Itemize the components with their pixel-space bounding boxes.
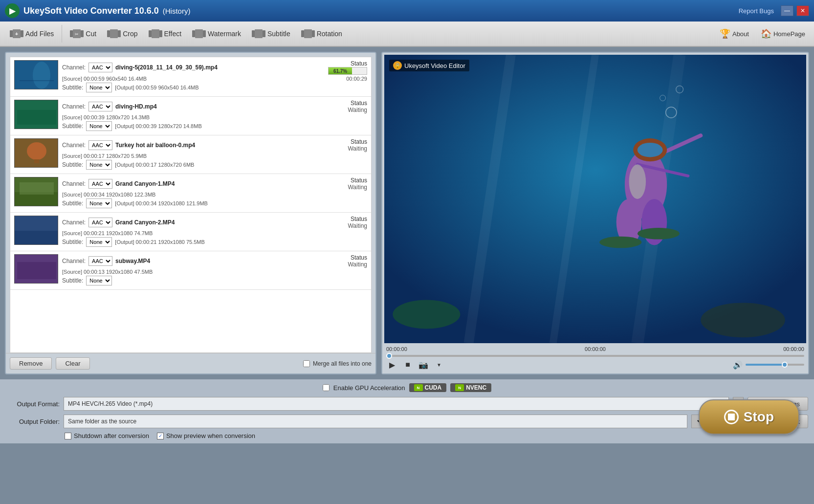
- nvenc-badge: N NVENC: [450, 383, 491, 392]
- output-folder-input[interactable]: [64, 415, 687, 428]
- gpu-checkbox[interactable]: [323, 384, 330, 391]
- underwater-scene: [384, 55, 806, 343]
- channel-select[interactable]: AAC: [88, 218, 112, 227]
- subtitle-select[interactable]: None: [86, 83, 112, 92]
- file-source-row: [Source] 00:00:13 1920x1080 47.5MB: [62, 269, 367, 275]
- file-source: [Source] 00:00:39 1280x720 14.3MB: [62, 114, 150, 120]
- subtitle-select[interactable]: None: [86, 160, 112, 170]
- file-channel-row: Channel: AAC Turkey hot air balloon-0.mp…: [62, 138, 367, 152]
- close-button[interactable]: ✕: [796, 5, 809, 16]
- svg-rect-19: [263, 30, 265, 37]
- table-row[interactable]: Channel: AAC diving-HD.mp4 Status Waitin…: [10, 97, 371, 135]
- shutdown-option[interactable]: Shutdown after conversion: [65, 432, 149, 439]
- cut-label: Cut: [86, 30, 96, 38]
- shutdown-checkbox[interactable]: [65, 433, 71, 439]
- channel-select[interactable]: AAC: [88, 63, 112, 72]
- file-subtitle-row: Subtitle: None [Output] 00:00:17 1280x72…: [62, 160, 367, 170]
- file-thumbnail: [14, 60, 58, 89]
- file-time: 00:00:29: [346, 76, 367, 82]
- app-logo: ▶: [5, 3, 20, 18]
- homepage-label: HomePage: [773, 30, 805, 38]
- show-preview-checkbox[interactable]: [157, 433, 164, 439]
- channel-select[interactable]: AAC: [88, 102, 112, 111]
- table-row[interactable]: Channel: AAC subway.MP4 Status Waiting […: [10, 251, 371, 290]
- play-button[interactable]: ▶: [386, 359, 398, 371]
- subtitle-label: Subtitle:: [62, 239, 83, 245]
- rotation-button[interactable]: Rotation: [296, 26, 347, 41]
- about-button[interactable]: 🏆 About: [716, 26, 753, 41]
- file-output: [Output] 00:00:39 1280x720 14.8MB: [115, 123, 201, 129]
- file-name: subway.MP4: [115, 258, 325, 264]
- thumb-image-canyon2: [15, 216, 58, 245]
- file-thumbnail: [14, 138, 58, 168]
- subtitle-icon: [252, 28, 265, 39]
- stop-icon-inner: [728, 414, 735, 420]
- stop-button[interactable]: Stop: [699, 399, 799, 435]
- add-files-button[interactable]: + Add Files: [5, 26, 59, 41]
- cut-button[interactable]: ✂ Cut: [65, 26, 101, 41]
- screenshot-button[interactable]: 📷: [418, 359, 429, 371]
- clear-button[interactable]: Clear: [56, 357, 89, 370]
- gpu-row: Enable GPU Acceleration N CUDA N NVENC: [6, 383, 808, 392]
- subtitle-select[interactable]: None: [86, 198, 112, 208]
- subtitle-select[interactable]: None: [86, 121, 112, 131]
- thumb-image-subway: [15, 255, 58, 284]
- subtitle-label: Subtitle: [267, 30, 290, 38]
- table-row[interactable]: Channel: AAC Turkey hot air balloon-0.mp…: [10, 135, 371, 174]
- file-actions: Remove Clear Merge all files into one: [6, 353, 375, 373]
- file-channel-row: Channel: AAC subway.MP4 Status Waiting: [62, 254, 367, 268]
- watermark-label: Watermark: [208, 30, 241, 38]
- show-preview-option[interactable]: Show preview when conversion: [157, 432, 255, 439]
- file-list[interactable]: Channel: AAC diving-5(2018_11_14_09_30_5…: [10, 57, 372, 353]
- effect-label: Effect: [164, 30, 182, 38]
- svg-point-49: [599, 237, 641, 248]
- screenshot-dropdown-button[interactable]: ▼: [433, 359, 445, 371]
- channel-select[interactable]: AAC: [88, 179, 112, 189]
- status-col: Status Waiting: [328, 100, 367, 113]
- video-progress-track[interactable]: [386, 355, 804, 357]
- status-col: Status Waiting: [328, 177, 367, 191]
- file-info: Channel: AAC diving-5(2018_11_14_09_30_5…: [62, 60, 367, 93]
- status-col: Status Waiting: [328, 254, 367, 268]
- svg-rect-10: [118, 30, 121, 37]
- table-row[interactable]: Channel: AAC Grand Canyon-1.MP4 Status W…: [10, 174, 371, 213]
- table-row[interactable]: Channel: AAC Grand Canyon-2.MP4 Status W…: [10, 213, 371, 251]
- watermark-button[interactable]: Watermark: [187, 26, 246, 41]
- subtitle-select[interactable]: None: [86, 237, 112, 247]
- remove-button[interactable]: Remove: [10, 357, 52, 370]
- subtitle-select[interactable]: None: [86, 276, 112, 285]
- effect-button[interactable]: Effect: [144, 26, 187, 41]
- minimize-button[interactable]: —: [781, 5, 793, 16]
- main-content: Channel: AAC diving-5(2018_11_14_09_30_5…: [0, 47, 814, 379]
- status-label: Status: [328, 216, 367, 222]
- volume-track[interactable]: [746, 364, 804, 366]
- file-name: Turkey hot air balloon-0.mp4: [115, 142, 325, 149]
- homepage-button[interactable]: 🏠 HomePage: [757, 26, 809, 41]
- video-scene: [384, 55, 806, 343]
- svg-rect-8: [110, 29, 118, 38]
- channel-label: Channel:: [62, 180, 86, 187]
- channel-select[interactable]: AAC: [88, 140, 112, 150]
- svg-rect-17: [255, 29, 263, 38]
- svg-rect-9: [107, 30, 110, 37]
- add-files-icon: +: [10, 28, 23, 39]
- file-name: diving-HD.mp4: [115, 103, 325, 110]
- svg-rect-13: [159, 30, 162, 37]
- subtitle-button[interactable]: Subtitle: [247, 26, 295, 41]
- stop-button-container: Stop: [699, 399, 799, 435]
- time-middle: 00:00:00: [585, 346, 606, 352]
- output-format-input[interactable]: [64, 397, 729, 411]
- video-progress-thumb[interactable]: [386, 353, 392, 359]
- merge-checkbox[interactable]: [303, 360, 310, 367]
- report-bugs-link[interactable]: Report Bugs: [739, 7, 774, 15]
- table-row[interactable]: Channel: AAC diving-5(2018_11_14_09_30_5…: [10, 57, 371, 97]
- channel-select[interactable]: AAC: [88, 256, 112, 266]
- file-info: Channel: AAC subway.MP4 Status Waiting […: [62, 254, 367, 286]
- crop-button[interactable]: Crop: [102, 26, 142, 41]
- svg-rect-12: [149, 30, 152, 37]
- volume-thumb[interactable]: [782, 362, 788, 368]
- merge-option: Merge all files into one: [303, 360, 372, 367]
- file-source: [Source] 00:00:17 1280x720 5.9MB: [62, 153, 147, 159]
- toolbar-right: 🏆 About 🏠 HomePage: [716, 26, 809, 41]
- stop-playback-button[interactable]: ■: [402, 359, 414, 371]
